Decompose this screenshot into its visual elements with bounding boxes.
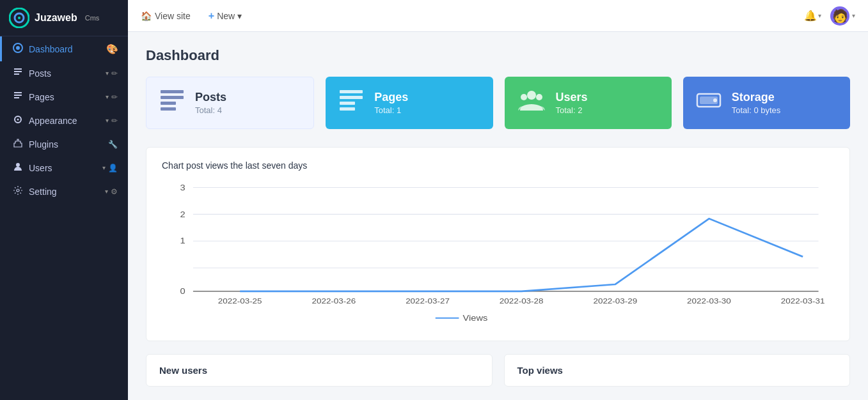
bell-icon: 🔔 <box>804 10 817 22</box>
top-views-title: Top views <box>517 365 837 376</box>
stat-card-users[interactable]: Users Total: 2 <box>505 77 672 129</box>
svg-point-24 <box>536 94 542 100</box>
sidebar-item-dashboard[interactable]: Dashboard 🎨 <box>0 36 128 61</box>
dashboard-icon <box>12 43 24 55</box>
sidebar-item-label-users: Users <box>29 163 52 173</box>
sidebar-item-plugins[interactable]: Plugins 🔧 <box>0 132 128 156</box>
stat-info-users: Users Total: 2 <box>556 91 588 115</box>
svg-text:2: 2 <box>180 210 185 219</box>
new-users-title: New users <box>159 365 479 376</box>
users-icon <box>12 162 24 173</box>
svg-text:2022-03-30: 2022-03-30 <box>687 297 731 305</box>
sidebar-item-posts[interactable]: Posts ▾ ✏ <box>0 61 128 85</box>
sidebar-item-users[interactable]: Users ▾ 👤 <box>0 156 128 180</box>
svg-text:2022-03-28: 2022-03-28 <box>500 297 544 305</box>
svg-rect-10 <box>14 97 19 98</box>
sidebar-item-label-pages: Pages <box>29 92 54 102</box>
svg-rect-7 <box>14 73 19 75</box>
svg-text:2022-03-31: 2022-03-31 <box>781 297 825 305</box>
svg-text:2022-03-29: 2022-03-29 <box>593 297 637 305</box>
chart-area: 3 2 1 0 2022-03-25 2022-03-26 2022-03-27… <box>162 181 834 328</box>
stat-name-users: Users <box>556 91 588 104</box>
setting-gear-icon: ⚙ <box>111 187 118 196</box>
stat-total-pages: Total: 1 <box>374 105 408 115</box>
avatar: 🧑 <box>830 6 849 26</box>
storage-stat-icon <box>696 89 722 117</box>
avatar-chevron-icon: ▾ <box>852 12 855 19</box>
stat-total-users: Total: 2 <box>556 105 588 115</box>
stat-name-pages: Pages <box>374 91 408 104</box>
stat-card-posts[interactable]: Posts Total: 4 <box>146 77 314 129</box>
topbar-left: 🏠 View site + New ▾ <box>141 8 247 24</box>
view-site-label: View site <box>155 11 191 21</box>
stat-info-posts: Posts Total: 4 <box>195 91 226 115</box>
main-content: 🏠 View site + New ▾ 🔔 ▾ 🧑 ▾ Dashboa <box>128 0 868 400</box>
appearance-icon <box>12 115 24 126</box>
sidebar-item-label-dashboard: Dashboard <box>29 44 73 54</box>
sidebar-item-label-appearance: Appearance <box>29 116 77 126</box>
plugins-icon <box>12 139 24 150</box>
stat-name-posts: Posts <box>195 91 226 104</box>
svg-rect-18 <box>340 90 363 93</box>
svg-rect-17 <box>161 107 176 111</box>
sidebar-item-setting[interactable]: Setting ▾ ⚙ <box>0 180 128 203</box>
logo-text: Juzaweb <box>35 12 77 24</box>
svg-text:2022-03-25: 2022-03-25 <box>218 297 262 305</box>
new-button[interactable]: + New ▾ <box>203 8 247 24</box>
chart-container: Chart post views the last seven days 3 2… <box>146 147 850 341</box>
sidebar-item-pages[interactable]: Pages ▾ ✏ <box>0 85 128 109</box>
stat-card-pages[interactable]: Pages Total: 1 <box>326 77 493 129</box>
svg-text:Views: Views <box>463 314 488 321</box>
notification-button[interactable]: 🔔 ▾ <box>804 10 821 22</box>
svg-text:2022-03-27: 2022-03-27 <box>406 297 450 305</box>
new-chevron-icon: ▾ <box>237 11 242 21</box>
pages-icon <box>12 91 24 102</box>
svg-rect-14 <box>161 90 184 93</box>
posts-icon <box>12 68 24 79</box>
new-label: New <box>217 11 235 21</box>
svg-rect-16 <box>161 102 176 105</box>
view-site-link[interactable]: 🏠 View site <box>141 11 191 21</box>
users-chevron-icon: ▾ <box>102 164 106 171</box>
sidebar-item-label-setting: Setting <box>29 187 57 197</box>
stat-total-posts: Total: 4 <box>195 105 226 115</box>
svg-text:1: 1 <box>180 236 185 245</box>
sidebar-item-label-plugins: Plugins <box>29 139 58 150</box>
sidebar-logo: Juzaweb Cms <box>0 0 128 36</box>
svg-rect-9 <box>14 95 22 96</box>
posts-chevron-icon: ▾ <box>106 70 109 77</box>
svg-rect-19 <box>340 96 363 99</box>
bell-chevron-icon: ▾ <box>818 12 821 19</box>
svg-point-23 <box>521 94 527 100</box>
pages-edit-icon: ✏ <box>111 93 118 102</box>
dashboard-palette-icon: 🎨 <box>106 43 118 55</box>
chart-title: Chart post views the last seven days <box>162 160 834 171</box>
plugins-wrench-icon: 🔧 <box>108 140 118 149</box>
svg-point-22 <box>527 91 536 100</box>
stats-row: Posts Total: 4 Pages Total: 1 <box>146 77 850 129</box>
posts-edit-icon: ✏ <box>111 69 118 78</box>
svg-rect-20 <box>340 102 355 105</box>
topbar-right: 🔔 ▾ 🧑 ▾ <box>804 6 855 26</box>
appearance-chevron-icon: ▾ <box>106 117 109 124</box>
svg-text:0: 0 <box>180 287 186 296</box>
sidebar-item-appearance[interactable]: Appearance ▾ ✏ <box>0 109 128 132</box>
svg-point-13 <box>17 189 19 192</box>
appearance-pencil-icon: ✏ <box>111 116 118 125</box>
stat-card-storage[interactable]: Storage Total: 0 bytes <box>683 77 850 129</box>
pages-stat-icon <box>338 89 364 117</box>
setting-icon <box>12 186 24 197</box>
svg-point-11 <box>17 119 19 121</box>
avatar-image: 🧑 <box>832 8 848 24</box>
user-avatar-button[interactable]: 🧑 ▾ <box>830 6 855 26</box>
stat-info-pages: Pages Total: 1 <box>374 91 408 115</box>
svg-rect-5 <box>14 68 22 70</box>
svg-point-27 <box>713 98 717 102</box>
pages-chevron-icon: ▾ <box>106 93 109 100</box>
topbar: 🏠 View site + New ▾ 🔔 ▾ 🧑 ▾ <box>128 0 868 32</box>
page-title: Dashboard <box>146 47 850 64</box>
users-person-icon: 👤 <box>108 164 118 173</box>
svg-rect-8 <box>14 92 22 93</box>
setting-chevron-icon: ▾ <box>105 188 108 195</box>
sidebar: Juzaweb Cms Dashboard 🎨 Posts ▾ ✏ <box>0 0 128 400</box>
